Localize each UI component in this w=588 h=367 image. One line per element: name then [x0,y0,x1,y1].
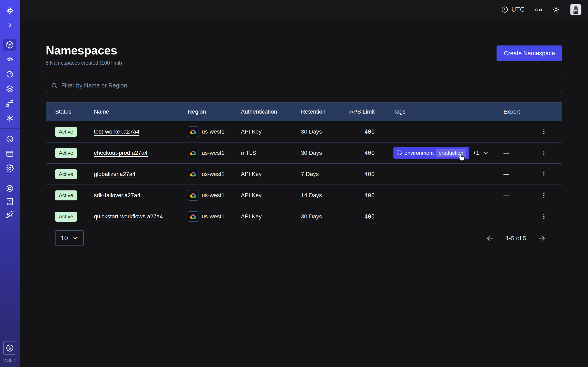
main-content: Namespaces 5 Namespaces created (100 lim… [20,43,588,249]
arrow-left-icon [486,234,494,242]
column-header-auth: Authentication [241,108,301,115]
filter-bar [46,78,562,93]
sidebar-item-getting-started[interactable] [3,208,16,221]
previous-page-button[interactable] [486,234,494,242]
tag-value: production [436,149,466,157]
auth-method: API Key [241,171,301,177]
export-value: — [503,171,509,177]
retention-period: 30 Days [301,128,348,135]
labs-toggle-button[interactable] [535,6,542,13]
sidebar-item-schedules[interactable] [3,68,16,80]
aps-limit: 400 [348,171,375,178]
retention-period: 30 Days [301,213,348,220]
tags-expand-button[interactable] [483,150,489,156]
create-namespace-button[interactable]: Create Namespace [497,45,562,61]
column-header-tags: Tags [375,108,503,115]
region-label: us-west1 [202,150,225,156]
arrow-right-icon [538,234,546,242]
auth-method: API Key [241,128,301,135]
pagination-range: 1-5 of 5 [506,235,526,242]
column-header-aps: APS Limit [348,108,375,115]
sidebar-item-namespaces[interactable] [3,39,16,51]
glasses-icon [535,6,542,13]
row-actions-menu-button[interactable] [539,212,549,221]
table-row: Active test-worker.a27a4 [46,121,562,142]
table-row: Active checkout-prod.a27a4 [46,142,562,163]
kebab-menu-icon [541,171,547,177]
aps-limit: 400 [348,150,375,156]
region-label: us-west1 [202,171,225,177]
rocket-icon [6,210,14,218]
row-actions-menu-button[interactable] [539,169,549,179]
tag-chip[interactable]: environment production [393,147,469,159]
theme-toggle-button[interactable] [553,6,560,13]
sidebar-divider [0,179,20,179]
sidebar-item-nexus[interactable] [3,112,16,124]
page-size-select[interactable]: 10 [55,230,84,246]
clock-icon [501,6,508,13]
retention-period: 7 Days [301,171,348,177]
branch-icon [6,100,14,108]
sidebar-item-support[interactable] [3,182,16,194]
kebab-menu-icon [541,192,547,198]
export-value: — [503,213,509,220]
column-header-name: Name [94,108,188,115]
column-header-region: Region [188,108,241,115]
filter-input[interactable] [61,82,557,89]
sidebar-expand-chevron-icon[interactable] [3,19,16,31]
status-badge: Active [55,191,77,200]
status-badge: Active [55,169,77,179]
gcp-cloud-icon [188,190,199,201]
namespace-link[interactable]: globalizer.a27a4 [94,171,136,177]
temporal-logo-icon[interactable] [3,4,16,17]
sidebar-item-settings[interactable] [3,162,16,175]
column-header-status: Status [55,108,94,115]
row-actions-menu-button[interactable] [539,191,549,200]
kebab-menu-icon [541,213,547,220]
layers-icon [6,85,14,93]
column-header-retention: Retention [301,108,348,115]
chevron-down-icon [483,150,489,156]
sidebar-item-batch-operations[interactable] [3,98,16,110]
table-body: Active test-worker.a27a4 [46,121,562,227]
namespace-link[interactable]: test-worker.a27a4 [94,128,139,135]
aps-limit: 400 [348,213,375,220]
page-size-value: 10 [61,234,68,242]
row-actions-menu-button[interactable] [539,127,549,137]
iris-icon [6,55,14,64]
sidebar-item-billing[interactable] [3,148,16,160]
user-avatar[interactable] [570,4,581,15]
sidebar-item-deployments[interactable] [3,83,16,95]
lifebuoy-icon [6,184,14,192]
aps-limit: 400 [348,192,375,199]
sidebar: 2.35.1 [0,0,20,367]
gcp-cloud-icon [188,211,199,222]
auth-method: API Key [241,213,301,220]
table-row: Active sdk-failover.a27a4 [46,184,562,206]
auth-method: API Key [241,192,301,199]
search-icon [51,82,58,89]
table-footer: 10 1-5 of 5 [46,227,562,249]
namespace-link[interactable]: checkout-prod.a27a4 [94,150,148,156]
row-actions-menu-button[interactable] [539,148,549,158]
gcp-cloud-icon [188,148,199,158]
table-row: Active quickstart-workflows.a27a4 [46,206,562,227]
namespace-link[interactable]: sdk-failover.a27a4 [94,192,140,198]
status-badge: Active [55,148,77,158]
asterisk-icon [6,114,14,122]
timer-icon [6,70,14,78]
billing-usage-badge-button[interactable] [3,342,16,355]
auth-method: mTLS [241,150,301,156]
sidebar-divider [0,128,20,129]
region-label: us-west1 [202,192,225,199]
sidebar-item-monitor[interactable] [3,53,16,66]
region-label: us-west1 [202,128,225,135]
namespace-link[interactable]: quickstart-workflows.a27a4 [94,213,163,220]
timezone-selector[interactable]: UTC [501,6,525,13]
sidebar-item-docs[interactable] [3,195,16,208]
next-page-button[interactable] [538,234,546,242]
kebab-menu-icon [541,150,547,156]
page-title: Namespaces [46,43,122,57]
status-badge: Active [55,127,77,137]
sidebar-item-usage[interactable] [3,133,16,145]
